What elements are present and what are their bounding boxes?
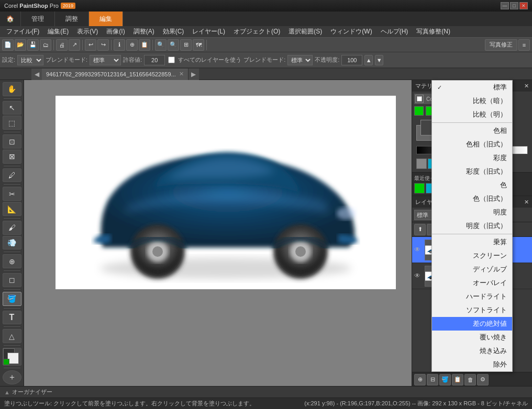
dd-item-darken[interactable]: 比較（暗）: [432, 94, 512, 108]
dd-item-exclusion[interactable]: 除外: [432, 358, 512, 371]
dd-item-hue[interactable]: 色相: [432, 124, 512, 138]
all-layers-checkbox[interactable]: [168, 56, 175, 63]
manage-tab[interactable]: 管理: [21, 12, 55, 26]
menu-image[interactable]: 画像(I): [102, 26, 129, 37]
color-select-area[interactable]: [3, 348, 21, 366]
print-button[interactable]: 🖨: [56, 39, 68, 51]
paintbrush-tool[interactable]: 🖌: [3, 221, 21, 235]
dd-item-saturation[interactable]: 彩度: [432, 151, 512, 165]
menu-file[interactable]: ファイル(F): [2, 26, 43, 37]
menu-edit[interactable]: 編集(E): [43, 26, 73, 37]
close-button[interactable]: ✕: [519, 2, 528, 9]
dd-item-difference[interactable]: 差の絶対値: [432, 317, 512, 331]
tolerance-input[interactable]: [144, 55, 165, 65]
dd-item-dissolve[interactable]: ディゾルブ: [432, 263, 512, 276]
airbrush-tool[interactable]: 💨: [3, 236, 21, 250]
dd-item-overlay[interactable]: オーバレイ: [432, 276, 512, 290]
delete-layer[interactable]: 🗑: [464, 374, 476, 385]
dd-item-dodge[interactable]: 覆い焼き: [432, 331, 512, 344]
add-mask-button[interactable]: ⊟: [427, 374, 438, 385]
dd-item-luminance[interactable]: 明度: [432, 206, 512, 219]
magic-select[interactable]: ⊠: [3, 150, 21, 164]
edit-tab[interactable]: 編集: [89, 12, 123, 26]
dd-item-lighten[interactable]: 比較（明）: [432, 108, 512, 121]
maximize-button[interactable]: □: [510, 2, 518, 9]
photo-fix-button[interactable]: 写真修正: [485, 39, 517, 51]
menu-objects[interactable]: オブジェクト(O): [229, 26, 284, 37]
layer-settings[interactable]: ⚙: [477, 374, 489, 385]
settings-select[interactable]: 比較: [17, 55, 43, 65]
open-file-button[interactable]: 📂: [15, 39, 26, 51]
menu-adjust[interactable]: 調整(A): [129, 26, 159, 37]
dd-item-burn[interactable]: 焼き込み: [432, 344, 512, 358]
minimize-button[interactable]: —: [501, 2, 509, 9]
adjust-tab[interactable]: 調整: [55, 12, 89, 26]
copy-layer[interactable]: 📋: [452, 374, 463, 385]
dd-item-hue-legacy[interactable]: 色相（旧式）: [432, 138, 512, 151]
zoom-out-button[interactable]: 🔍: [155, 39, 167, 51]
new-file-button[interactable]: 📄: [2, 39, 14, 51]
save-file-button[interactable]: 💾: [27, 39, 39, 51]
menu-window[interactable]: ウィンドウ(W): [326, 26, 376, 37]
swatch-green1[interactable]: [414, 106, 424, 116]
zoom-fit-button[interactable]: ⊞: [180, 39, 192, 51]
blend-mode-select2[interactable]: 標準: [287, 55, 313, 65]
pan-button[interactable]: 🗺: [193, 39, 204, 51]
dd-item-standard[interactable]: ✓ 標準: [432, 81, 512, 94]
menu-help[interactable]: ヘルプ(H): [376, 26, 413, 37]
text-tool[interactable]: T: [3, 311, 21, 325]
blend-mode-select[interactable]: 標準: [90, 55, 121, 65]
dd-item-softlight[interactable]: ソフトライト: [432, 303, 512, 317]
tab-close-button[interactable]: ✕: [179, 71, 184, 77]
move-layer-up[interactable]: ⬆: [414, 224, 426, 235]
clone-tool[interactable]: ⊕: [3, 254, 21, 268]
undo-button[interactable]: ↩: [85, 39, 96, 51]
dd-item-saturation-legacy[interactable]: 彩度（旧式）: [432, 165, 512, 178]
large-swatch-gray[interactable]: [416, 158, 427, 169]
paint-bucket-layer[interactable]: 🪣: [439, 374, 451, 385]
save-all-button[interactable]: 🗂: [40, 39, 51, 51]
straighten-tool[interactable]: 📐: [3, 202, 21, 216]
opacity-input[interactable]: [341, 55, 362, 65]
redo-button[interactable]: ↪: [97, 39, 109, 51]
shape-tool[interactable]: △: [3, 329, 21, 343]
tab-prev[interactable]: ◀: [31, 69, 42, 80]
materials-close[interactable]: ✕: [524, 83, 529, 89]
menu-selection[interactable]: 選択範囲(S): [284, 26, 326, 37]
eraser-tool[interactable]: ◻: [3, 273, 21, 287]
opacity-down[interactable]: ▼: [375, 55, 383, 65]
home-tab[interactable]: 🏠: [0, 12, 21, 26]
layer-eye-1[interactable]: 👁: [414, 246, 423, 254]
crop-tool[interactable]: ✂: [3, 187, 21, 201]
dropper-tool[interactable]: 🖊: [3, 168, 21, 183]
pan-tool[interactable]: ✋: [3, 82, 21, 96]
layers-close[interactable]: ✕: [524, 199, 529, 206]
dd-item-hardlight[interactable]: ハードライト: [432, 290, 512, 303]
menu-layers[interactable]: レイヤー(L): [188, 26, 229, 37]
share-button[interactable]: ↗: [69, 39, 80, 51]
panel-toggle-button[interactable]: ≡: [518, 39, 530, 51]
fill-tool[interactable]: 🪣: [3, 292, 21, 306]
dd-item-color-legacy[interactable]: 色（旧式）: [432, 192, 512, 206]
copy-merged-button[interactable]: ⊕: [126, 39, 138, 51]
zoom-in-button[interactable]: 🔍: [168, 39, 179, 51]
freehand-select[interactable]: ⊡: [3, 134, 21, 149]
tab-next[interactable]: ▶: [189, 69, 199, 80]
canvas-area[interactable]: [24, 80, 412, 387]
paste-button[interactable]: 📋: [139, 39, 150, 51]
dd-item-luminance-legacy[interactable]: 明度（旧式）: [432, 219, 512, 233]
dd-item-screen[interactable]: スクリーン: [432, 249, 512, 263]
add-new-button[interactable]: ＋: [3, 370, 21, 384]
dd-item-color[interactable]: 色: [432, 178, 512, 192]
menu-photo[interactable]: 写真修整(N): [412, 26, 455, 37]
recent-used-1[interactable]: [414, 183, 425, 194]
menu-view[interactable]: 表示(V): [73, 26, 102, 37]
opacity-up[interactable]: ▲: [364, 55, 373, 65]
document-tab[interactable]: 94617762_2999329570123164_1516564522859.…: [42, 69, 189, 80]
select-tool[interactable]: ↖: [3, 101, 21, 115]
info-button[interactable]: ℹ: [114, 39, 125, 51]
layer-eye-2[interactable]: 👁: [414, 272, 423, 280]
menu-effects[interactable]: 効果(C): [159, 26, 189, 37]
deform-tool[interactable]: ⬚: [3, 116, 21, 130]
dd-item-multiply[interactable]: 乗算: [432, 235, 512, 249]
